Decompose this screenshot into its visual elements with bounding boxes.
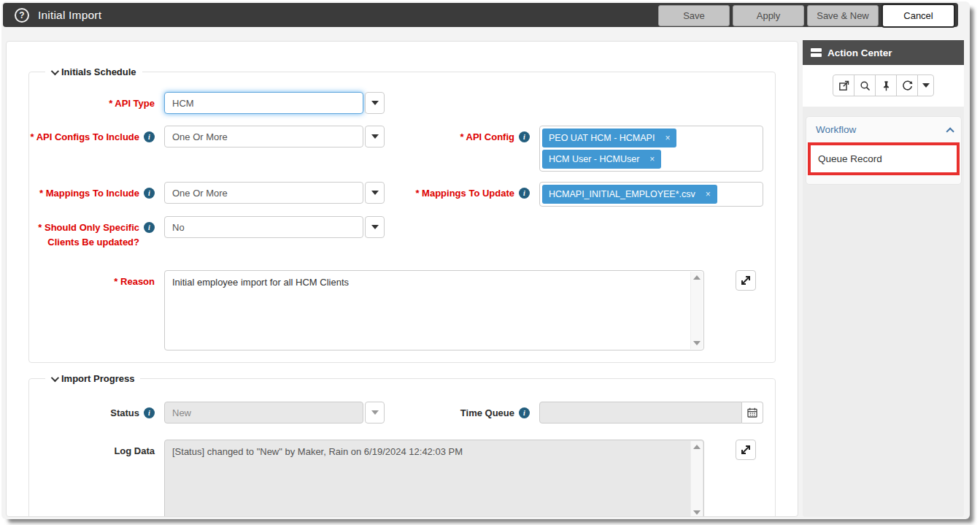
status-value: New bbox=[164, 402, 363, 424]
refresh-button[interactable] bbox=[896, 74, 918, 96]
scrollbar[interactable] bbox=[690, 272, 703, 349]
mappings-include-dropdown-button[interactable] bbox=[365, 182, 385, 204]
specific-clients-value[interactable]: No bbox=[164, 216, 363, 238]
calendar-button[interactable] bbox=[742, 402, 763, 424]
selected-tag: PEO UAT HCM - HCMAPI × bbox=[542, 129, 676, 147]
remove-tag-icon[interactable]: × bbox=[706, 190, 711, 199]
pin-button[interactable] bbox=[875, 74, 897, 96]
collapse-chevron-icon bbox=[51, 374, 59, 382]
scroll-down-icon[interactable] bbox=[693, 341, 701, 345]
time-queue-field bbox=[539, 402, 763, 424]
api-config-label: * API Config i bbox=[394, 126, 530, 145]
mappings-to-include-label: * Mappings To Include i bbox=[29, 182, 155, 201]
info-icon[interactable]: i bbox=[144, 407, 155, 418]
info-icon[interactable]: i bbox=[519, 407, 530, 418]
api-configs-to-include-select[interactable]: One Or More bbox=[164, 126, 385, 147]
search-icon bbox=[859, 80, 871, 92]
initials-schedule-legend[interactable]: Initials Schedule bbox=[45, 66, 142, 77]
log-data-textarea: [Status] changed to "New" by Maker, Rain… bbox=[164, 440, 704, 517]
info-icon[interactable]: i bbox=[144, 222, 155, 233]
save-button[interactable]: Save bbox=[658, 5, 730, 26]
log-data-label: Log Data bbox=[29, 440, 155, 459]
caret-down-icon bbox=[371, 225, 379, 229]
time-queue-label: Time Queue i bbox=[394, 402, 530, 421]
remove-tag-icon[interactable]: × bbox=[665, 134, 670, 142]
api-configs-dropdown-button[interactable] bbox=[365, 126, 385, 147]
pin-icon bbox=[880, 80, 892, 92]
app-window: ? Initial Import Save Apply Save & New C… bbox=[1, 1, 970, 519]
help-icon[interactable]: ? bbox=[15, 8, 29, 23]
workflow-header[interactable]: Workflow bbox=[806, 117, 961, 142]
expand-log-button[interactable] bbox=[736, 440, 756, 460]
expand-icon bbox=[740, 444, 752, 456]
import-progress-section: Import Progress Status i New Time Queue … bbox=[28, 373, 776, 517]
page-title: Initial Import bbox=[38, 9, 101, 22]
remove-tag-icon[interactable]: × bbox=[649, 155, 655, 164]
info-icon[interactable]: i bbox=[519, 188, 530, 199]
status-label: Status i bbox=[29, 402, 155, 421]
specific-clients-select[interactable]: No bbox=[164, 216, 385, 238]
api-config-multiselect[interactable]: PEO UAT HCM - HCMAPI × HCM User - HCMUse… bbox=[539, 126, 763, 172]
initials-schedule-section: Initials Schedule * API Type HCM * AP bbox=[28, 66, 776, 363]
import-progress-legend[interactable]: Import Progress bbox=[45, 373, 140, 384]
caret-down-icon bbox=[371, 134, 379, 139]
api-configs-to-include-label: * API Configs To Include i bbox=[29, 126, 155, 145]
mappings-to-update-multiselect[interactable]: HCMAPI_INITIAL_EMPLOYEE*.csv × bbox=[539, 182, 763, 207]
caret-down-icon bbox=[371, 191, 379, 195]
api-type-value[interactable]: HCM bbox=[164, 92, 363, 114]
search-button[interactable] bbox=[854, 74, 876, 96]
mappings-to-include-value[interactable]: One Or More bbox=[164, 182, 363, 204]
calendar-icon bbox=[746, 407, 758, 418]
scroll-up-icon[interactable] bbox=[693, 275, 701, 280]
expand-icon bbox=[740, 275, 752, 286]
mappings-to-update-label: * Mappings To Update i bbox=[394, 182, 530, 201]
info-icon[interactable]: i bbox=[144, 131, 155, 142]
api-configs-to-include-value[interactable]: One Or More bbox=[164, 126, 363, 147]
action-center-toolbar bbox=[803, 65, 964, 107]
action-center-icon bbox=[811, 48, 822, 57]
api-type-select[interactable]: HCM bbox=[164, 92, 385, 114]
specific-clients-label: * Should Only Specific Clients Be update… bbox=[29, 216, 155, 250]
action-center-panel: Action Center bbox=[803, 40, 964, 517]
expand-reason-button[interactable] bbox=[736, 270, 756, 291]
chevron-up-icon bbox=[946, 127, 954, 135]
api-type-dropdown-button[interactable] bbox=[365, 92, 385, 114]
mappings-to-include-select[interactable]: One Or More bbox=[164, 182, 385, 204]
caret-down-icon bbox=[371, 410, 379, 415]
info-icon[interactable]: i bbox=[144, 188, 155, 199]
titlebar-buttons: Save Apply Save & New Cancel bbox=[658, 4, 955, 28]
apply-button[interactable]: Apply bbox=[733, 5, 804, 26]
form-panel: Initials Schedule * API Type HCM * AP bbox=[6, 41, 798, 517]
more-actions-button[interactable] bbox=[917, 74, 934, 96]
cancel-button[interactable]: Cancel bbox=[881, 4, 955, 28]
open-in-new-window-button[interactable] bbox=[833, 74, 854, 96]
time-queue-input bbox=[539, 402, 742, 424]
selected-tag: HCM User - HCMUser × bbox=[542, 150, 661, 169]
workflow-card: Workflow Queue Record bbox=[806, 116, 962, 185]
action-center-header: Action Center bbox=[803, 40, 964, 65]
api-type-label: * API Type bbox=[29, 92, 155, 111]
info-icon[interactable]: i bbox=[519, 131, 530, 142]
status-select: New bbox=[164, 402, 385, 424]
refresh-icon bbox=[901, 80, 914, 92]
scroll-down-icon[interactable] bbox=[693, 510, 701, 515]
scroll-up-icon[interactable] bbox=[693, 445, 701, 449]
workflow-action-queue-record[interactable]: Queue Record bbox=[811, 145, 957, 172]
save-and-new-button[interactable]: Save & New bbox=[807, 5, 879, 26]
caret-down-icon bbox=[371, 101, 379, 105]
selected-tag: HCMAPI_INITIAL_EMPLOYEE*.csv × bbox=[542, 185, 717, 204]
status-dropdown-button bbox=[365, 402, 385, 424]
reason-textarea[interactable]: Initial employee import for all HCM Clie… bbox=[164, 270, 704, 350]
collapse-chevron-icon bbox=[51, 66, 59, 74]
titlebar: ? Initial Import Save Apply Save & New C… bbox=[3, 3, 958, 27]
reason-label: * Reason bbox=[29, 270, 155, 289]
red-annotation-box: Queue Record bbox=[808, 142, 960, 175]
caret-down-icon bbox=[922, 83, 930, 88]
scrollbar[interactable] bbox=[690, 441, 703, 517]
specific-clients-dropdown-button[interactable] bbox=[365, 216, 385, 238]
external-link-icon bbox=[838, 80, 850, 92]
